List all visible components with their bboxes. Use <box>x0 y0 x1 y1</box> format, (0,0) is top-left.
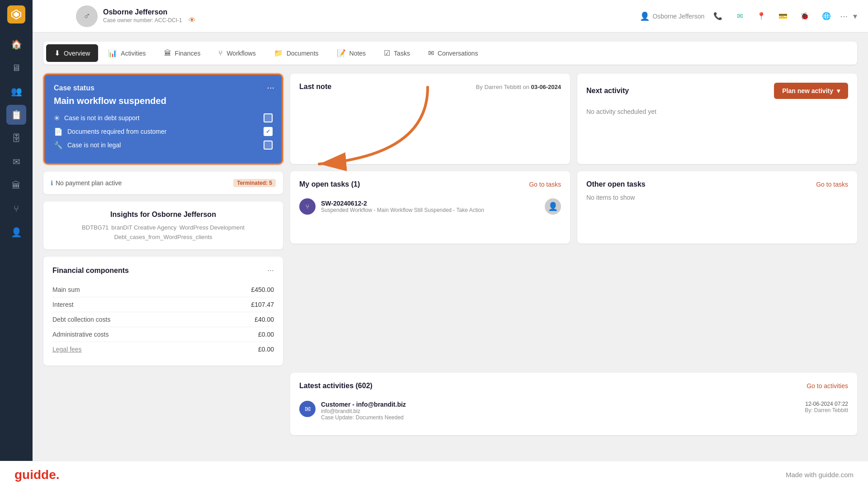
chevron-icon[interactable]: ▾ <box>853 11 857 21</box>
case-name: Osborne Jefferson <box>103 8 640 16</box>
tab-finances[interactable]: 🏛 Finances <box>156 45 209 62</box>
status-text-2: Case is not in legal <box>67 141 259 149</box>
card-icon[interactable]: 💳 <box>775 8 791 24</box>
activity-email-0: info@brandit.biz <box>321 408 799 414</box>
activity-info: Customer - info@brandit.biz info@brandit… <box>321 401 799 421</box>
tab-workflows[interactable]: ⑂ Workflows <box>210 45 264 62</box>
tab-notes[interactable]: 📝 Notes <box>329 44 374 62</box>
financial-row-4: Legal fees £0.00 <box>52 342 274 357</box>
status-checkbox-1[interactable] <box>264 127 273 136</box>
sidebar-item-people[interactable]: 👥 <box>6 81 26 101</box>
info-icon: ℹ <box>51 179 53 187</box>
other-tasks-panel: Other open tasks Go to tasks No items to… <box>577 171 857 244</box>
activity-by-0: By: Darren Tebbitt <box>805 407 848 413</box>
payment-info-card: ℹ No payment plan active Terminated: 5 <box>43 172 283 194</box>
status-text-0: Case is not in debt support <box>64 114 259 122</box>
sidebar-item-database[interactable]: 🗄 <box>6 128 26 148</box>
insights-card: Insights for Osborne Jefferson BDTBG71 b… <box>43 202 283 249</box>
plan-activity-button[interactable]: Plan new activity ▾ <box>774 83 848 99</box>
activities-tab-icon: 📊 <box>108 49 117 57</box>
case-status-title: Case status <box>54 84 273 92</box>
sidebar-item-workflow[interactable]: ⑂ <box>6 199 26 219</box>
insight-tag-1: branDiT Creative Agency <box>111 224 176 231</box>
go-tasks-link[interactable]: Go to tasks <box>529 181 561 188</box>
open-tasks-title: My open tasks (1) <box>299 180 360 188</box>
activity-date-0: 12-06-2024 07:22 <box>805 401 848 407</box>
financial-row-2: Debt collection costs £40.00 <box>52 312 274 327</box>
case-number: Case owner number: ACC-DCI-1 <box>103 17 182 23</box>
activity-meta-0: 12-06-2024 07:22 By: Darren Tebbitt <box>805 401 848 413</box>
tasks-tab-icon: ☑ <box>384 49 390 57</box>
main-content: ⬇ Overview 📊 Activities 🏛 Finances ⑂ Wor… <box>33 33 868 488</box>
status-text-1: Documents required from customer <box>67 128 259 135</box>
tab-tasks[interactable]: ☑ Tasks <box>376 44 418 62</box>
footer-text: Made with guidde.com <box>786 471 854 479</box>
task-workflow-icon: ⑂ <box>299 198 316 215</box>
sidebar-item-desktop[interactable]: 🖥 <box>6 58 26 78</box>
next-activity-card: Next activity Plan new activity ▾ No act… <box>577 74 857 164</box>
latest-activities-title: Latest activities (602) <box>299 382 373 390</box>
task-info: SW-20240612-2 Suspended Workflow - Main … <box>321 200 539 213</box>
phone-icon[interactable]: 📞 <box>710 8 726 24</box>
go-activities-link[interactable]: Go to activities <box>807 382 848 389</box>
topbar-actions: 👤 Osborne Jefferson 📞 ✉ 📍 💳 🐞 🌐 ··· ▾ <box>640 8 857 24</box>
more-icon[interactable]: ··· <box>840 11 848 21</box>
asterisk-icon: ✳ <box>54 114 60 122</box>
sidebar-item-contacts[interactable]: 👤 <box>6 222 26 242</box>
latest-activities-panel: Latest activities (602) Go to activities… <box>290 373 857 435</box>
status-checkbox-0[interactable] <box>264 113 273 122</box>
insight-tag-2: WordPress Development <box>179 224 245 231</box>
tab-documents[interactable]: 📁 Documents <box>266 44 327 62</box>
doc-icon: 📄 <box>54 127 63 136</box>
conversations-tab-icon: ✉ <box>428 49 434 57</box>
overview-tab-icon: ⬇ <box>54 49 60 57</box>
open-tasks-panel: My open tasks (1) Go to tasks ⑂ SW-20240… <box>290 171 570 244</box>
location-icon[interactable]: 📍 <box>753 8 769 24</box>
app-logo[interactable] <box>7 5 25 23</box>
activity-title-0: Customer - info@brandit.biz <box>321 401 799 408</box>
financial-card: Financial components ··· Main sum £450.0… <box>43 257 283 366</box>
finances-tab-icon: 🏛 <box>164 49 171 57</box>
svg-marker-1 <box>14 12 19 17</box>
tab-activities[interactable]: 📊 Activities <box>100 44 154 62</box>
other-go-tasks-link[interactable]: Go to tasks <box>816 181 848 188</box>
sidebar-item-home[interactable]: 🏠 <box>6 34 26 54</box>
topbar-person: 👤 Osborne Jefferson <box>640 11 704 21</box>
financial-more[interactable]: ··· <box>267 266 274 275</box>
insights-title: Insights for Osborne Jefferson <box>52 211 274 219</box>
tab-bar: ⬇ Overview 📊 Activities 🏛 Finances ⑂ Wor… <box>43 42 857 65</box>
eye-icon[interactable]: 👁 <box>189 16 196 24</box>
guidde-logo: guidde. <box>14 468 60 482</box>
payment-text: No payment plan active <box>56 179 122 187</box>
topbar-info: Osborne Jefferson Case owner number: ACC… <box>103 8 640 24</box>
documents-tab-icon: 📁 <box>274 49 283 57</box>
last-note-panel: Last note By Darren Tebbitt on 03-06-202… <box>290 74 570 164</box>
bug-icon[interactable]: 🐞 <box>797 8 813 24</box>
status-item-1: 📄 Documents required from customer <box>54 127 273 136</box>
last-note-title: Last note <box>299 83 331 91</box>
tab-overview[interactable]: ⬇ Overview <box>46 44 98 62</box>
email-icon[interactable]: ✉ <box>731 8 748 24</box>
sidebar: 🏠 🖥 👥 📋 🗄 ✉ 🏛 ⑂ 👤 ⚙ <box>0 0 33 488</box>
task-item-0: ⑂ SW-20240612-2 Suspended Workflow - Mai… <box>299 194 561 219</box>
topbar: ♂ Osborne Jefferson Case owner number: A… <box>33 0 868 33</box>
sidebar-item-mail[interactable]: ✉ <box>6 152 26 172</box>
tab-conversations[interactable]: ✉ Conversations <box>420 44 486 62</box>
activity-item-0: ✉ Customer - info@brandit.biz info@brand… <box>299 395 848 426</box>
terminated-badge[interactable]: Terminated: 5 <box>233 179 276 187</box>
activity-desc-0: Case Update: Documents Needed <box>321 414 799 421</box>
wrench-icon: 🔧 <box>54 141 63 150</box>
other-tasks-empty: No items to show <box>586 194 848 201</box>
task-id: SW-20240612-2 <box>321 200 539 207</box>
task-avatar: 👤 <box>545 198 561 215</box>
insight-tag-0: BDTBG71 <box>82 224 108 231</box>
case-status-card: ··· Case status Main workflow suspended … <box>43 74 283 164</box>
workflows-tab-icon: ⑂ <box>218 49 223 57</box>
other-tasks-title: Other open tasks <box>586 180 646 188</box>
financial-row-0: Main sum £450.00 <box>52 282 274 297</box>
financial-row-3: Administrative costs £0.00 <box>52 327 274 342</box>
sidebar-item-cases[interactable]: 📋 <box>6 105 26 125</box>
status-checkbox-2[interactable] <box>264 141 273 150</box>
globe-icon[interactable]: 🌐 <box>818 8 835 24</box>
sidebar-item-institution[interactable]: 🏛 <box>6 175 26 195</box>
